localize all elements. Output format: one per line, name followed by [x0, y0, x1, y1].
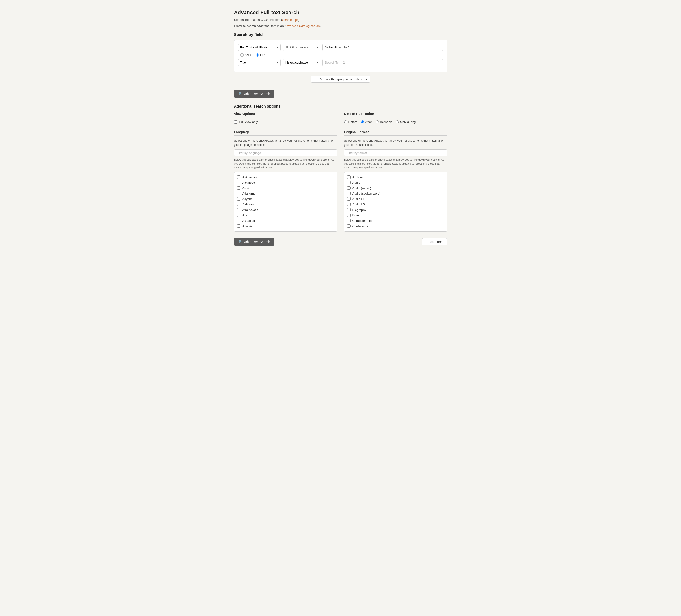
list-item: Abkhazian [237, 175, 334, 180]
lang-abkhazian-label[interactable]: Abkhazian [243, 176, 257, 179]
list-item: Audio LP [347, 202, 444, 207]
lang-abkhazian-checkbox[interactable] [237, 176, 241, 179]
fmt-book-label[interactable]: Book [352, 214, 359, 217]
reset-form-button[interactable]: Reset Form [422, 238, 447, 245]
lang-adangme-checkbox[interactable] [237, 192, 241, 195]
lang-akan-checkbox[interactable] [237, 214, 241, 217]
advanced-catalog-link[interactable]: Advanced Catalog search [284, 24, 320, 28]
lang-akan-label[interactable]: Akan [243, 214, 250, 217]
lang-akkadian-checkbox[interactable] [237, 219, 241, 222]
operator-select-2-wrapper: all of these words any of these words th… [283, 59, 321, 66]
list-item: Albanian [237, 223, 334, 229]
fmt-audio-label[interactable]: Audio [352, 181, 360, 184]
only-during-radio-label[interactable]: Only during [396, 120, 415, 124]
language-filter-hint: Below this edit box is a list of check b… [234, 158, 337, 169]
add-group-wrapper: + + Add another group of search fields [234, 76, 447, 86]
additional-options: Additional search options View Options F… [234, 104, 447, 232]
language-checkbox-list: Abkhazian Achinese Acoli Adangme [234, 172, 337, 232]
fmt-audio-lp-checkbox[interactable] [347, 203, 351, 206]
list-item: Acoli [237, 185, 334, 191]
page-container: Advanced Full-text Search Search informa… [227, 5, 454, 255]
language-section: Language Select one or more checkboxes t… [234, 130, 337, 232]
list-item: Afro-Asiatic [237, 207, 334, 213]
after-radio[interactable] [361, 120, 364, 124]
operator-select-1[interactable]: all of these words any of these words th… [283, 44, 321, 51]
add-group-button[interactable]: + + Add another group of search fields [311, 76, 371, 83]
language-filter-input[interactable] [234, 150, 337, 156]
search-icon: 🔍 [238, 92, 243, 96]
lang-achinese-checkbox[interactable] [237, 181, 241, 184]
search-group: Full-Text + All Fields Title Author Subj… [234, 40, 447, 72]
fmt-conference-label[interactable]: Conference [352, 224, 368, 228]
fmt-audio-lp-label[interactable]: Audio LP [352, 203, 365, 206]
full-view-checkbox[interactable] [234, 120, 237, 124]
lang-afrikaans-label[interactable]: Afrikaans [243, 203, 255, 206]
lang-albanian-label[interactable]: Albanian [243, 224, 254, 228]
lang-afro-asiatic-checkbox[interactable] [237, 208, 241, 211]
operator-select-1-wrapper: all of these words any of these words th… [283, 44, 321, 51]
list-item: Audio (music) [347, 185, 444, 191]
lang-acoli-checkbox[interactable] [237, 186, 241, 190]
and-radio-label[interactable]: AND [241, 53, 251, 57]
before-radio[interactable] [344, 120, 347, 124]
fmt-conference-checkbox[interactable] [347, 224, 351, 228]
format-heading: Original Format [344, 130, 447, 136]
only-during-radio[interactable] [396, 120, 399, 124]
search-input-2[interactable] [322, 59, 443, 66]
lang-akkadian-label[interactable]: Akkadian [243, 219, 255, 222]
list-item: Audio (spoken word) [347, 191, 444, 196]
lang-afro-asiatic-label[interactable]: Afro-Asiatic [243, 208, 258, 212]
list-item: Akkadian [237, 218, 334, 223]
between-radio-label[interactable]: Between [376, 120, 392, 124]
search-input-1[interactable] [322, 44, 443, 51]
before-radio-label[interactable]: Before [344, 120, 357, 124]
lang-adangme-label[interactable]: Adangme [243, 192, 256, 195]
fmt-audio-music-label[interactable]: Audio (music) [352, 186, 371, 190]
language-description: Select one or more checkboxes to narrow … [234, 139, 337, 147]
field-select-2[interactable]: Full-Text + All Fields Title Author Subj… [238, 59, 281, 66]
fmt-audio-music-checkbox[interactable] [347, 186, 351, 190]
lang-adyghe-label[interactable]: Adyghe [243, 197, 253, 201]
search-row-2: Full-Text + All Fields Title Author Subj… [238, 59, 443, 66]
and-radio[interactable] [241, 53, 244, 56]
full-view-label[interactable]: Full view only [239, 120, 258, 124]
view-options-section: View Options Full view only [234, 112, 337, 126]
lang-afrikaans-checkbox[interactable] [237, 203, 241, 206]
fmt-audio-spoken-checkbox[interactable] [347, 192, 351, 195]
lang-achinese-label[interactable]: Achinese [243, 181, 255, 184]
plus-icon: + [314, 77, 316, 81]
additional-options-heading: Additional search options [234, 104, 447, 109]
fmt-audio-cd-checkbox[interactable] [347, 197, 351, 200]
fmt-biography-checkbox[interactable] [347, 208, 351, 211]
fmt-book-checkbox[interactable] [347, 214, 351, 217]
search-tips-link[interactable]: Search Tips [282, 18, 299, 22]
between-radio[interactable] [376, 120, 379, 124]
format-section: Original Format Select one or more check… [344, 130, 447, 232]
or-radio-label[interactable]: OR [256, 53, 265, 57]
fmt-archive-checkbox[interactable] [347, 176, 351, 179]
operator-select-2[interactable]: all of these words any of these words th… [283, 59, 321, 66]
format-filter-input[interactable] [344, 150, 447, 156]
list-item: Audio [347, 180, 444, 185]
fmt-audio-cd-label[interactable]: Audio CD [352, 197, 366, 201]
list-item: Computer File [347, 218, 444, 223]
lang-albanian-checkbox[interactable] [237, 224, 241, 228]
field-select-1[interactable]: Full-Text + All Fields Title Author Subj… [238, 44, 281, 51]
or-radio[interactable] [256, 53, 259, 56]
bottom-advanced-search-button[interactable]: 🔍 Advanced Search [234, 238, 275, 246]
fmt-computer-file-label[interactable]: Computer File [352, 219, 372, 222]
fmt-archive-label[interactable]: Archive [352, 176, 363, 179]
lang-acoli-label[interactable]: Acoli [243, 186, 249, 190]
list-item: Akan [237, 213, 334, 218]
fmt-audio-checkbox[interactable] [347, 181, 351, 184]
full-view-row: Full view only [234, 120, 337, 124]
after-radio-label[interactable]: After [361, 120, 372, 124]
list-item: Afrikaans [237, 202, 334, 207]
list-item: Adyghe [237, 196, 334, 202]
bottom-bar: 🔍 Advanced Search Reset Form [234, 238, 447, 246]
fmt-computer-file-checkbox[interactable] [347, 219, 351, 222]
lang-adyghe-checkbox[interactable] [237, 197, 241, 200]
fmt-audio-spoken-label[interactable]: Audio (spoken word) [352, 192, 381, 195]
fmt-biography-label[interactable]: Biography [352, 208, 367, 212]
top-advanced-search-button[interactable]: 🔍 Advanced Search [234, 90, 275, 98]
